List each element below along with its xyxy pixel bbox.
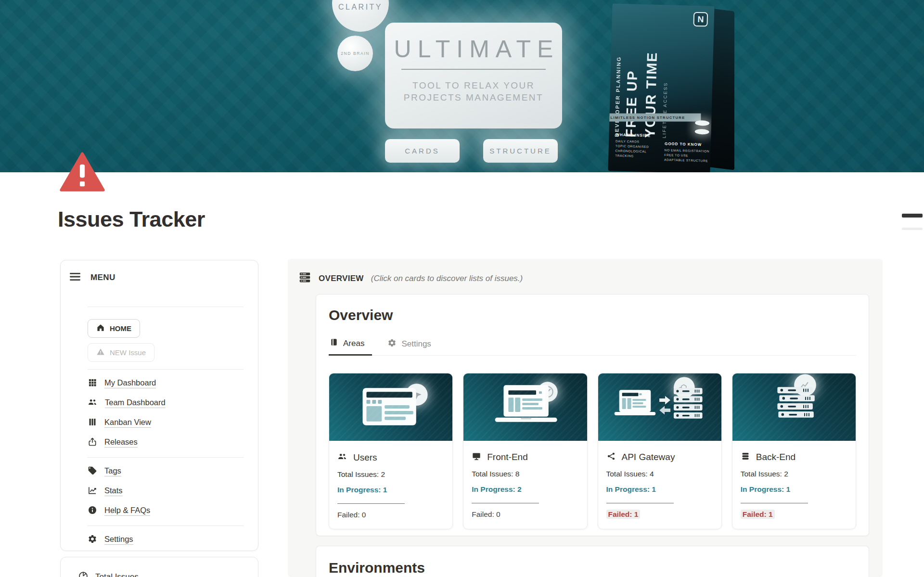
- clarity-bubble: CLARITY: [332, 0, 389, 32]
- area-card-api-gateway[interactable]: API Gateway Total Issues: 4 In Progress:…: [598, 373, 722, 529]
- hero-subtitle-line1: TOOL TO RELAX YOUR: [385, 79, 562, 91]
- back-end-thumbnail: [732, 373, 856, 441]
- warning-icon: [96, 347, 105, 358]
- hero-rule: [401, 69, 546, 70]
- sidebar-item-label: Team Dashboard: [105, 398, 166, 408]
- area-cards-grid: Users Total Issues: 2 In Progress: 1 Fai…: [329, 373, 856, 529]
- total-issues-card: Total Issues: [60, 557, 258, 577]
- sidebar-item-stats[interactable]: Stats: [88, 481, 246, 501]
- monitor-icon: [472, 451, 481, 463]
- gear-icon: [387, 338, 397, 350]
- sidebar-item-label: Kanban View: [104, 418, 151, 428]
- server-illustration: [732, 373, 856, 441]
- notion-logo: N: [693, 12, 708, 27]
- sidebar-item-settings[interactable]: Settings: [88, 530, 246, 550]
- structure-pill: STRUCTURE: [483, 139, 558, 163]
- share-up-icon: [88, 437, 97, 449]
- area-card-title: Back-End: [756, 452, 796, 462]
- sidebar-item-label: Releases: [104, 437, 138, 448]
- failed-stat: Failed: 0: [472, 510, 578, 519]
- warning-triangle-icon[interactable]: [60, 152, 105, 194]
- tab-areas[interactable]: Areas: [329, 335, 372, 356]
- new-issue-button[interactable]: NEW Issue: [88, 343, 154, 362]
- area-card-back-end[interactable]: Back-End Total Issues: 2 In Progress: 1 …: [732, 373, 856, 529]
- laptop-illustration: [463, 373, 587, 441]
- book-icon: [330, 338, 338, 349]
- main-panel: OVERVIEW (Click on cards to discover lis…: [288, 259, 883, 577]
- gear-icon: [88, 534, 97, 546]
- overview-tabs: Areas Settings: [329, 335, 856, 356]
- area-card-users[interactable]: Users Total Issues: 2 In Progress: 1 Fai…: [329, 373, 453, 529]
- rows-icon: [298, 271, 311, 286]
- info-icon: [88, 505, 97, 517]
- in-progress-stat: In Progress: 2: [472, 485, 578, 494]
- box-col1-title: WHAT'S INSIDE: [616, 133, 664, 139]
- in-progress-stat: In Progress: 1: [337, 486, 444, 494]
- sidebar-item-help-faqs[interactable]: Help & FAQs: [88, 501, 246, 521]
- sidebar-item-releases[interactable]: Releases: [88, 433, 246, 452]
- total-issues-stat: Total Issues: 8: [472, 470, 578, 478]
- box-col2-item: ADAPTABLE STRUCTURE: [664, 157, 712, 164]
- environments-section: Environments: [316, 546, 869, 577]
- sidebar-item-label: Help & FAQs: [104, 506, 150, 516]
- failed-stat: Failed: 0: [337, 511, 444, 519]
- second-brain-label: 2ND BRAIN: [341, 51, 370, 56]
- dash-shadow: [902, 228, 923, 230]
- area-card-title: Users: [353, 452, 377, 463]
- product-box-front: N DEVELOPER PLANNING FREE UP YOUR TIME L…: [608, 3, 714, 172]
- box-ribbon: LIMITLESS NOTION STRUCTURE: [608, 114, 701, 122]
- box-tablet-pill: [695, 120, 709, 126]
- front-end-thumbnail: [463, 373, 587, 441]
- clarity-label: CLARITY: [338, 3, 383, 12]
- overview-section: Overview Areas: [316, 294, 869, 536]
- total-issues-stat: Total Issues: 2: [337, 470, 444, 479]
- sidebar-item-kanban-view[interactable]: Kanban View: [88, 413, 246, 433]
- menu-card: MENU HOME: [60, 260, 258, 551]
- box-tablet-pill: [695, 129, 709, 135]
- page: CLARITY 2ND BRAIN ULTIMATE TOOL TO RELAX…: [0, 0, 924, 577]
- collapse-dash-button[interactable]: [902, 214, 923, 225]
- menu-title: MENU: [90, 273, 116, 282]
- area-card-title: Front-End: [487, 452, 527, 462]
- area-card-front-end[interactable]: Front-End Total Issues: 8 In Progress: 2…: [463, 373, 587, 529]
- stat-divider: [741, 503, 808, 503]
- hamburger-icon[interactable]: [69, 272, 81, 283]
- environments-heading: Environments: [329, 560, 856, 576]
- stat-divider: [337, 503, 405, 504]
- home-button[interactable]: HOME: [88, 319, 140, 338]
- divider: [88, 369, 244, 370]
- sidebar-item-label: Settings: [104, 535, 133, 545]
- second-brain-bubble: 2ND BRAIN: [337, 36, 373, 71]
- failed-stat: Failed: 1: [741, 510, 847, 519]
- sidebar-item-label: Tags: [104, 466, 121, 476]
- sidebar-item-label: My Dashboard: [104, 378, 156, 388]
- sidebar-item-label: Stats: [104, 486, 123, 496]
- stat-divider: [606, 503, 674, 503]
- sidebar-item-my-dashboard[interactable]: My Dashboard: [88, 373, 246, 393]
- total-issues-label: Total Issues: [95, 572, 139, 577]
- tag-icon: [88, 466, 97, 477]
- tab-settings[interactable]: Settings: [386, 335, 438, 355]
- kanban-icon: [88, 417, 97, 429]
- pie-chart-icon: [78, 571, 89, 577]
- in-progress-stat: In Progress: 1: [741, 485, 847, 494]
- laptop-server-illustration: [598, 373, 721, 441]
- tab-areas-label: Areas: [343, 339, 364, 348]
- divider: [88, 457, 244, 458]
- sidebar-item-team-dashboard[interactable]: Team Dashboard: [88, 393, 246, 413]
- total-issues-stat: Total Issues: 4: [606, 470, 713, 478]
- stat-divider: [472, 503, 539, 503]
- chart-icon: [88, 486, 97, 497]
- sidebar-item-tags[interactable]: Tags: [88, 462, 246, 481]
- box-col1-item: CHRONOLOGICAL TRACKING: [615, 149, 663, 160]
- sidebar: MENU HOME: [60, 260, 258, 577]
- box-col2-title: GOOD TO KNOW: [665, 141, 713, 147]
- total-issues-stat: Total Issues: 2: [741, 470, 847, 478]
- page-title: Issues Tracker: [58, 207, 205, 232]
- users-thumbnail: [329, 373, 452, 441]
- hero-title: ULTIMATE: [385, 35, 562, 63]
- product-box: N DEVELOPER PLANNING FREE UP YOUR TIME L…: [610, 5, 743, 172]
- new-issue-button-label: NEW Issue: [110, 348, 146, 357]
- area-card-title: API Gateway: [622, 452, 675, 462]
- failed-stat: Failed: 1: [606, 510, 713, 519]
